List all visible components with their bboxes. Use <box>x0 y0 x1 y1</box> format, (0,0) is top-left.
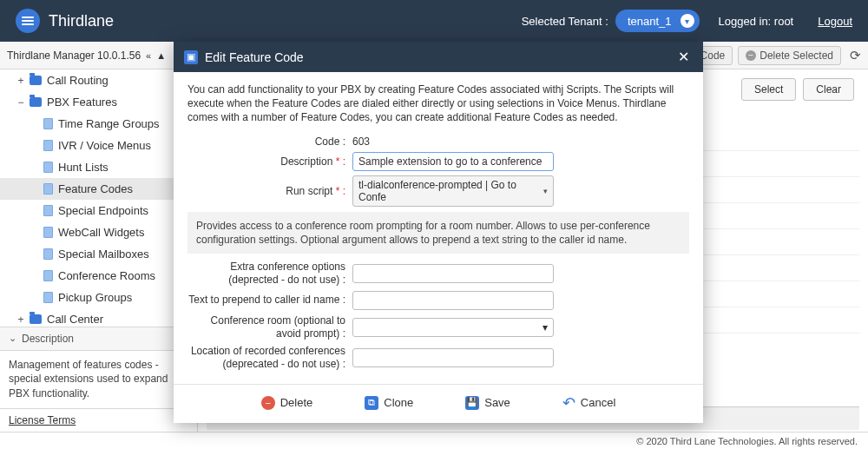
code-value: 603 <box>352 135 370 148</box>
dialog-body: You can add functionality to your PBX by… <box>174 72 703 384</box>
select-button[interactable]: Select <box>741 78 796 101</box>
clone-button[interactable]: ⧉ Clone <box>365 393 413 413</box>
logout-link[interactable]: Logout <box>818 15 852 28</box>
license-terms-link[interactable]: License Terms <box>0 408 197 432</box>
description-label: Description * : <box>187 155 352 168</box>
brand-name: Thirdlane <box>49 12 114 30</box>
code-label: Code : <box>187 135 352 148</box>
cancel-button[interactable]: ↶ Cancel <box>562 393 615 413</box>
chevron-down-icon: ▾ <box>542 321 548 333</box>
refresh-icon[interactable]: ⟳ <box>850 48 861 63</box>
tree-item-ivr-voice-menus[interactable]: IVR / Voice Menus <box>0 135 197 156</box>
clone-icon: ⧉ <box>365 396 378 410</box>
script-description: Provides access to a conference room pro… <box>187 212 689 254</box>
tree-item-special-endpoints[interactable]: Special Endpoints <box>0 200 197 221</box>
folder-icon <box>30 97 42 107</box>
tree-node-call-center[interactable]: + Call Center <box>0 308 197 327</box>
page-icon <box>43 227 53 238</box>
page-icon <box>43 183 53 195</box>
page-icon <box>43 140 53 151</box>
page-icon <box>43 205 53 216</box>
clear-button[interactable]: Clear <box>803 78 854 101</box>
nav-tree: + Call Routing − PBX Features Time Range… <box>0 69 197 327</box>
page-icon <box>43 248 53 260</box>
conf-room-select[interactable]: ▾ <box>352 318 554 337</box>
description-input[interactable] <box>352 152 554 171</box>
folder-icon <box>30 314 42 324</box>
dialog-icon: ▣ <box>184 50 198 64</box>
chevron-down-icon: ▾ <box>681 14 694 28</box>
conf-room-label: Conference room (optional to avoid promp… <box>187 314 352 340</box>
text-prepend-input[interactable] <box>352 291 554 310</box>
page-icon <box>43 118 53 129</box>
dialog-intro: You can add functionality to your PBX by… <box>187 83 689 125</box>
tree-node-pbx-features[interactable]: − PBX Features <box>0 91 197 113</box>
tree-item-feature-codes[interactable]: Feature Codes <box>0 178 197 200</box>
chevron-up-icon[interactable]: « <box>146 50 151 61</box>
tenant-selector[interactable]: tenant_1 ▾ <box>615 10 700 32</box>
close-icon[interactable]: ✕ <box>674 49 693 65</box>
tree-item-webcall-widgets[interactable]: WebCall Widgets <box>0 221 197 243</box>
minus-icon: − <box>16 96 26 109</box>
dialog-title: Edit Feature Code <box>205 50 674 64</box>
description-panel-body: Management of features codes - special e… <box>0 351 197 408</box>
page-icon <box>43 270 53 281</box>
save-icon: 💾 <box>465 396 479 410</box>
plus-icon: + <box>16 314 26 326</box>
sidebar: + Call Routing − PBX Features Time Range… <box>0 69 198 432</box>
plus-icon: + <box>16 75 26 87</box>
top-bar: Thirdlane Selected Tenant : tenant_1 ▾ L… <box>0 0 868 42</box>
undo-icon: ↶ <box>562 393 575 413</box>
delete-button[interactable]: − Delete <box>261 393 313 413</box>
chevron-down-icon: ⌄ <box>9 333 16 344</box>
brand-logo <box>16 9 40 33</box>
dialog-header: ▣ Edit Feature Code ✕ <box>174 42 703 72</box>
minus-icon: − <box>746 50 756 61</box>
page-icon <box>43 162 53 173</box>
chevron-up-icon[interactable]: ▲ <box>156 50 166 61</box>
rec-loc-label: Location of recorded conferences (deprec… <box>187 345 352 371</box>
tenant-value: tenant_1 <box>628 15 672 28</box>
rec-loc-input[interactable] <box>352 348 554 367</box>
footer-copyright: © 2020 Third Lane Technologies. All righ… <box>0 432 868 449</box>
run-script-label: Run script * : <box>187 185 352 197</box>
tree-item-conference-rooms[interactable]: Conference Rooms <box>0 265 197 287</box>
logged-in-text: Logged in: root <box>719 15 794 28</box>
description-panel-header[interactable]: ⌄ Description <box>0 327 197 351</box>
tree-item-pickup-groups[interactable]: Pickup Groups <box>0 287 197 308</box>
save-button[interactable]: 💾 Save <box>465 393 510 413</box>
tree-item-hunt-lists[interactable]: Hunt Lists <box>0 156 197 178</box>
tree-item-time-range-groups[interactable]: Time Range Groups <box>0 113 197 135</box>
dialog-footer: − Delete ⧉ Clone 💾 Save ↶ Cancel <box>174 384 703 423</box>
page-icon <box>43 292 53 303</box>
folder-icon <box>30 76 42 85</box>
tenant-label: Selected Tenant : <box>522 15 608 28</box>
text-prepend-label: Text to prepend to caller id name : <box>187 294 352 307</box>
manager-version: Thirdlane Manager 10.0.1.56 « ▲ <box>7 50 166 62</box>
tree-item-special-mailboxes[interactable]: Special Mailboxes <box>0 243 197 265</box>
chevron-down-icon: ▾ <box>543 187 548 195</box>
run-script-select[interactable]: tl-dialconference-prompted | Go to Confe… <box>352 175 554 207</box>
delete-selected-button[interactable]: − Delete Selected <box>738 46 841 65</box>
delete-icon: − <box>261 396 275 410</box>
extra-opts-label: Extra conference options (deprected - do… <box>187 261 352 287</box>
extra-opts-input[interactable] <box>352 264 554 283</box>
edit-feature-code-dialog: ▣ Edit Feature Code ✕ You can add functi… <box>174 42 703 423</box>
tree-node-call-routing[interactable]: + Call Routing <box>0 69 197 91</box>
